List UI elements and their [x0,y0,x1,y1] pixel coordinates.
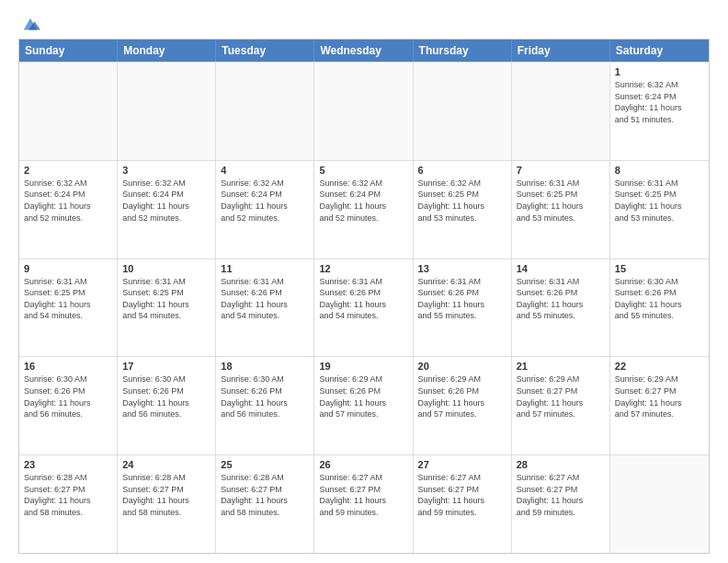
calendar-header-saturday: Saturday [610,40,709,62]
calendar-cell: 13Sunrise: 6:31 AM Sunset: 6:26 PM Dayli… [414,259,512,357]
calendar-header-tuesday: Tuesday [216,40,314,62]
day-info: Sunrise: 6:32 AM Sunset: 6:24 PM Dayligh… [24,178,112,224]
calendar-cell: 2Sunrise: 6:32 AM Sunset: 6:24 PM Daylig… [19,161,118,259]
calendar-cell [118,63,216,160]
day-info: Sunrise: 6:27 AM Sunset: 6:27 PM Dayligh… [418,472,506,518]
day-number: 19 [319,361,407,372]
day-number: 18 [221,361,309,372]
day-number: 5 [319,165,407,176]
calendar-cell: 6Sunrise: 6:32 AM Sunset: 6:25 PM Daylig… [414,161,512,259]
day-info: Sunrise: 6:29 AM Sunset: 6:26 PM Dayligh… [418,373,506,419]
day-number: 24 [122,459,210,470]
calendar-cell: 24Sunrise: 6:28 AM Sunset: 6:27 PM Dayli… [118,455,216,553]
logo [18,15,40,31]
day-info: Sunrise: 6:31 AM Sunset: 6:26 PM Dayligh… [221,276,309,322]
day-info: Sunrise: 6:30 AM Sunset: 6:26 PM Dayligh… [122,373,210,419]
calendar-cell: 14Sunrise: 6:31 AM Sunset: 6:26 PM Dayli… [512,259,610,357]
calendar-cell: 9Sunrise: 6:31 AM Sunset: 6:25 PM Daylig… [19,259,118,357]
calendar: SundayMondayTuesdayWednesdayThursdayFrid… [18,39,710,554]
calendar-cell: 15Sunrise: 6:30 AM Sunset: 6:26 PM Dayli… [610,259,709,357]
calendar-cell [216,63,314,160]
day-info: Sunrise: 6:31 AM Sunset: 6:25 PM Dayligh… [24,276,112,322]
day-info: Sunrise: 6:31 AM Sunset: 6:26 PM Dayligh… [517,276,605,322]
day-info: Sunrise: 6:28 AM Sunset: 6:27 PM Dayligh… [24,472,112,518]
calendar-cell [314,63,413,160]
day-info: Sunrise: 6:30 AM Sunset: 6:26 PM Dayligh… [24,373,112,419]
day-number: 28 [517,459,605,470]
calendar-cell: 7Sunrise: 6:31 AM Sunset: 6:25 PM Daylig… [512,161,610,259]
day-number: 14 [517,263,605,274]
day-number: 6 [418,165,506,176]
calendar-cell: 16Sunrise: 6:30 AM Sunset: 6:26 PM Dayli… [19,357,118,454]
day-number: 11 [221,263,309,274]
calendar-week-4: 23Sunrise: 6:28 AM Sunset: 6:27 PM Dayli… [19,454,709,553]
calendar-cell: 19Sunrise: 6:29 AM Sunset: 6:26 PM Dayli… [314,357,413,454]
header [18,15,710,31]
day-info: Sunrise: 6:32 AM Sunset: 6:24 PM Dayligh… [615,79,704,125]
calendar-cell: 12Sunrise: 6:31 AM Sunset: 6:26 PM Dayli… [314,259,413,357]
day-number: 2 [24,165,112,176]
day-info: Sunrise: 6:27 AM Sunset: 6:27 PM Dayligh… [319,472,407,518]
calendar-cell: 28Sunrise: 6:27 AM Sunset: 6:27 PM Dayli… [512,455,610,553]
day-info: Sunrise: 6:27 AM Sunset: 6:27 PM Dayligh… [517,472,605,518]
day-info: Sunrise: 6:30 AM Sunset: 6:26 PM Dayligh… [615,276,704,322]
day-info: Sunrise: 6:29 AM Sunset: 6:27 PM Dayligh… [517,373,605,419]
day-info: Sunrise: 6:31 AM Sunset: 6:26 PM Dayligh… [319,276,407,322]
calendar-cell [610,455,709,553]
day-number: 1 [615,66,704,77]
day-info: Sunrise: 6:28 AM Sunset: 6:27 PM Dayligh… [221,472,309,518]
day-number: 23 [24,459,112,470]
day-number: 22 [615,361,704,372]
day-info: Sunrise: 6:29 AM Sunset: 6:26 PM Dayligh… [319,373,407,419]
calendar-week-1: 2Sunrise: 6:32 AM Sunset: 6:24 PM Daylig… [19,160,709,259]
calendar-week-0: 1Sunrise: 6:32 AM Sunset: 6:24 PM Daylig… [19,62,709,160]
calendar-cell: 10Sunrise: 6:31 AM Sunset: 6:25 PM Dayli… [118,259,216,357]
calendar-header-wednesday: Wednesday [314,40,413,62]
calendar-cell: 23Sunrise: 6:28 AM Sunset: 6:27 PM Dayli… [19,455,118,553]
day-number: 25 [221,459,309,470]
day-number: 20 [418,361,506,372]
calendar-cell: 1Sunrise: 6:32 AM Sunset: 6:24 PM Daylig… [610,63,709,160]
calendar-week-3: 16Sunrise: 6:30 AM Sunset: 6:26 PM Dayli… [19,356,709,454]
day-info: Sunrise: 6:28 AM Sunset: 6:27 PM Dayligh… [122,472,210,518]
calendar-header-sunday: Sunday [19,40,118,62]
calendar-cell [512,63,610,160]
calendar-cell: 3Sunrise: 6:32 AM Sunset: 6:24 PM Daylig… [118,161,216,259]
calendar-cell: 25Sunrise: 6:28 AM Sunset: 6:27 PM Dayli… [216,455,314,553]
day-number: 4 [221,165,309,176]
day-info: Sunrise: 6:31 AM Sunset: 6:25 PM Dayligh… [517,178,605,224]
day-number: 27 [418,459,506,470]
day-number: 8 [615,165,704,176]
page: SundayMondayTuesdayWednesdayThursdayFrid… [0,0,728,563]
calendar-cell [19,63,118,160]
day-number: 7 [517,165,605,176]
calendar-cell: 21Sunrise: 6:29 AM Sunset: 6:27 PM Dayli… [512,357,610,454]
day-number: 3 [122,165,210,176]
calendar-cell [414,63,512,160]
calendar-cell: 4Sunrise: 6:32 AM Sunset: 6:24 PM Daylig… [216,161,314,259]
calendar-week-2: 9Sunrise: 6:31 AM Sunset: 6:25 PM Daylig… [19,259,709,357]
calendar-header-monday: Monday [118,40,216,62]
calendar-cell: 18Sunrise: 6:30 AM Sunset: 6:26 PM Dayli… [216,357,314,454]
calendar-cell: 5Sunrise: 6:32 AM Sunset: 6:24 PM Daylig… [314,161,413,259]
calendar-header-thursday: Thursday [414,40,512,62]
day-number: 21 [517,361,605,372]
day-info: Sunrise: 6:32 AM Sunset: 6:24 PM Dayligh… [122,178,210,224]
day-info: Sunrise: 6:32 AM Sunset: 6:25 PM Dayligh… [418,178,506,224]
calendar-cell: 11Sunrise: 6:31 AM Sunset: 6:26 PM Dayli… [216,259,314,357]
day-number: 17 [122,361,210,372]
day-info: Sunrise: 6:30 AM Sunset: 6:26 PM Dayligh… [221,373,309,419]
day-info: Sunrise: 6:29 AM Sunset: 6:27 PM Dayligh… [615,373,704,419]
day-info: Sunrise: 6:31 AM Sunset: 6:25 PM Dayligh… [122,276,210,322]
calendar-cell: 20Sunrise: 6:29 AM Sunset: 6:26 PM Dayli… [414,357,512,454]
calendar-header-row: SundayMondayTuesdayWednesdayThursdayFrid… [19,40,709,62]
day-number: 13 [418,263,506,274]
day-number: 15 [615,263,704,274]
day-number: 12 [319,263,407,274]
day-info: Sunrise: 6:32 AM Sunset: 6:24 PM Dayligh… [221,178,309,224]
day-number: 16 [24,361,112,372]
calendar-cell: 8Sunrise: 6:31 AM Sunset: 6:25 PM Daylig… [610,161,709,259]
calendar-header-friday: Friday [512,40,610,62]
calendar-cell: 26Sunrise: 6:27 AM Sunset: 6:27 PM Dayli… [314,455,413,553]
day-info: Sunrise: 6:31 AM Sunset: 6:26 PM Dayligh… [418,276,506,322]
